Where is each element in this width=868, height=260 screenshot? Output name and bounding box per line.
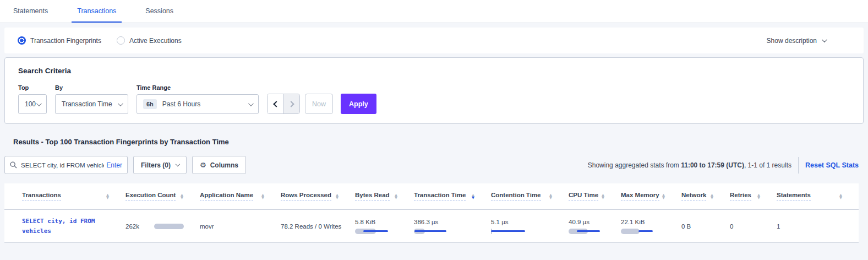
by-select-value: Transaction Time [62,100,112,108]
search-criteria-title: Search Criteria [18,67,850,75]
radio-transaction-fingerprints[interactable]: Transaction Fingerprints [18,36,101,45]
column-header-network[interactable]: Network ▲▼ [681,192,730,201]
show-description-label: Show description [767,37,817,45]
column-header-statements[interactable]: Statements ▲▼ [777,192,859,201]
column-header-application-name[interactable]: Application Name ▲▼ [200,192,281,201]
radio-label: Active Executions [129,37,182,45]
sort-icon[interactable]: ▲▼ [602,194,604,199]
transactions-table: Transactions ▲▼ Execution Count ▲▼ Appli… [4,183,859,243]
cell-contention-time: 5.1 µs [491,219,569,234]
chevron-down-icon [36,101,42,106]
cell-transaction-time: 386.3 µs [414,219,491,234]
top-select[interactable]: 100 [18,94,47,114]
by-label: By [55,84,128,91]
chevron-right-icon [288,101,294,107]
sort-icon[interactable]: ▲▼ [662,194,665,199]
top-select-value: 100 [25,100,36,108]
search-icon [10,161,17,169]
column-header-rows-processed[interactable]: Rows Processed ▲▼ [281,192,355,201]
tab-statements[interactable]: Statements [8,0,53,23]
divider [798,157,799,174]
chevron-down-icon [118,101,123,106]
cell-cpu-time: 40.9 µs [569,219,621,234]
by-select[interactable]: Transaction Time [55,94,128,114]
reset-sql-stats-link[interactable]: Reset SQL Stats [805,161,859,169]
sort-icon[interactable]: ▲▼ [711,194,713,199]
mean-bar [491,230,525,232]
column-header-transaction-time[interactable]: Transaction Time ▲▼ [414,192,491,201]
cell-execution-count: 262k [125,223,200,230]
table-row: SELECT city, id FROM vehicles 262k movr … [4,210,859,243]
mean-bar [414,230,446,232]
cell-rows-processed: 78.2 Reads / 0 Writes [281,223,355,230]
radio-unselected-icon [117,36,125,45]
sort-icon[interactable]: ▲▼ [181,194,183,199]
time-range-label: Time Range [137,84,259,91]
mean-bar [638,230,653,232]
chevron-down-icon [822,37,827,42]
results-title: Results - Top 100 Transaction Fingerprin… [13,138,868,146]
column-header-execution-count[interactable]: Execution Count ▲▼ [125,192,200,201]
cell-bytes-read: 5.8 KiB [355,219,414,234]
page-tabs: Statements Transactions Sessions [0,0,868,23]
bytes-read-bar [355,229,399,234]
columns-button[interactable]: ⚙ Columns [192,156,246,174]
transaction-fingerprint-link[interactable]: SELECT city, id FROM vehicles [22,216,125,236]
top-label: Top [18,84,47,91]
search-enter-label[interactable]: Enter [106,161,122,169]
sort-icon[interactable]: ▲▼ [261,194,264,199]
show-description-toggle[interactable]: Show description [767,37,826,45]
aggregated-stats-text: Showing aggregated stats from 11:00 to 1… [588,161,791,169]
search-box: Enter [4,156,128,174]
apply-button[interactable]: Apply [341,94,376,114]
transaction-time-bar [414,229,458,234]
now-button[interactable]: Now [305,94,333,114]
mean-bar [363,230,388,232]
cell-max-memory: 22.1 KiB [621,219,681,234]
results-toolbar: Enter Filters (0) ⚙ Columns Showing aggr… [4,156,859,174]
radio-active-executions[interactable]: Active Executions [117,36,182,45]
previous-time-window-button[interactable] [268,94,283,113]
search-criteria-panel: Search Criteria Top 100 By Transaction T… [4,57,864,124]
stats-suffix: , 1-1 of 1 results [744,161,791,169]
column-header-transactions[interactable]: Transactions ▲▼ [22,192,125,201]
time-range-group: Time Range 6h Past 6 Hours [137,84,259,114]
column-header-contention-time[interactable]: Contention Time ▲▼ [491,192,569,201]
stddev-bar [621,229,640,234]
sort-icon[interactable]: ▲▼ [757,194,760,199]
radio-label: Transaction Fingerprints [30,37,101,45]
chevron-left-icon [273,101,279,107]
column-header-bytes-read[interactable]: Bytes Read ▲▼ [355,192,414,201]
time-window-arrows [267,94,300,114]
column-header-cpu-time[interactable]: CPU Time ▲▼ [569,192,621,201]
radio-selected-icon [18,36,26,45]
execution-count-bar [154,224,184,229]
cpu-time-bar [569,229,613,234]
view-toggle-panel: Transaction Fingerprints Active Executio… [4,28,864,53]
tab-sessions[interactable]: Sessions [140,0,179,23]
search-input[interactable] [21,162,104,169]
next-time-window-button[interactable] [283,94,299,113]
gear-icon: ⚙ [200,161,206,169]
time-range-value: Past 6 Hours [162,100,200,108]
time-range-select[interactable]: 6h Past 6 Hours [137,94,259,114]
column-header-retries[interactable]: Retries ▲▼ [730,192,777,201]
mean-bar [577,230,600,232]
stats-range: 11:00 to 17:59 (UTC) [681,161,744,169]
sort-icon-active-desc[interactable]: ▲▼ [472,194,474,199]
by-group: By Transaction Time [55,84,128,114]
sort-icon[interactable]: ▲▼ [106,194,109,199]
sort-icon[interactable]: ▲▼ [549,194,552,199]
column-header-max-memory[interactable]: Max Memory ▲▼ [621,192,681,201]
sort-icon[interactable]: ▲▼ [839,194,842,199]
sort-icon[interactable]: ▲▼ [395,194,397,199]
criteria-controls: Top 100 By Transaction Time Time Range 6… [18,84,850,114]
chevron-down-icon [176,162,180,166]
sort-icon[interactable]: ▲▼ [336,194,339,199]
columns-label: Columns [210,161,238,169]
max-memory-bar [621,229,665,234]
filters-button[interactable]: Filters (0) [133,156,187,174]
chevron-down-icon [248,101,254,106]
tab-transactions[interactable]: Transactions [72,0,122,23]
contention-time-bar [491,229,535,234]
